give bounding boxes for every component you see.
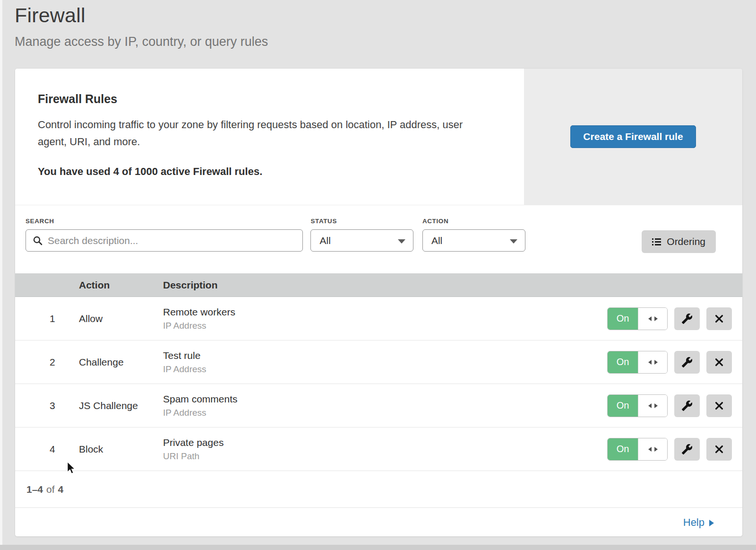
- delete-rule-button[interactable]: [706, 351, 732, 374]
- left-right-arrows-icon: [638, 308, 667, 330]
- action-select-value: All: [431, 235, 442, 246]
- intro-description: Control incoming traffic to your zone by…: [38, 116, 487, 150]
- x-icon: [714, 444, 724, 454]
- ordering-button[interactable]: Ordering: [642, 230, 716, 253]
- wrench-icon: [681, 313, 693, 324]
- rule-description-cell: Spam comments IP Address: [163, 393, 607, 418]
- right-triangle-icon: [709, 520, 714, 526]
- left-right-arrows-icon: [638, 351, 667, 373]
- help-link[interactable]: Help: [683, 516, 714, 529]
- rule-controls: On: [607, 351, 742, 374]
- rule-description-cell: Private pages URI Path: [163, 437, 607, 462]
- table-row: 1 Allow Remote workers IP Address On: [15, 297, 742, 340]
- action-select[interactable]: All: [422, 229, 525, 252]
- delete-rule-button[interactable]: [706, 307, 732, 330]
- action-filter-group: ACTION All: [422, 218, 525, 252]
- rule-description-cell: Test rule IP Address: [163, 350, 607, 375]
- rule-priority: 3: [15, 400, 79, 411]
- rule-enabled-toggle[interactable]: On: [607, 307, 668, 330]
- window-bottom-edge: [0, 545, 756, 550]
- table-row: 3 JS Challenge Spam comments IP Address …: [15, 384, 742, 428]
- rule-match-type: IP Address: [163, 364, 607, 375]
- rule-enabled-toggle[interactable]: On: [607, 394, 668, 417]
- delete-rule-button[interactable]: [706, 438, 732, 461]
- page-subtitle: Manage access by IP, country, or query r…: [15, 35, 756, 49]
- cta-panel: Create a Firewall rule: [524, 69, 742, 205]
- pagination-of: of: [43, 484, 58, 495]
- edit-rule-button[interactable]: [674, 438, 700, 461]
- search-box[interactable]: [26, 229, 303, 252]
- status-label: STATUS: [310, 218, 413, 225]
- toggle-on-label: On: [608, 308, 638, 330]
- ordered-list-icon: [652, 238, 661, 246]
- page-title: Firewall: [15, 4, 756, 27]
- create-firewall-rule-button[interactable]: Create a Firewall rule: [570, 125, 696, 148]
- x-icon: [714, 314, 724, 324]
- rule-match-type: IP Address: [163, 408, 607, 418]
- edit-rule-button[interactable]: [674, 351, 700, 374]
- intro-heading: Firewall Rules: [38, 92, 496, 106]
- rule-action: Block: [79, 444, 163, 455]
- toggle-on-label: On: [608, 395, 638, 417]
- status-select[interactable]: All: [310, 229, 413, 252]
- status-select-value: All: [319, 235, 330, 246]
- action-label: ACTION: [422, 218, 525, 225]
- rule-action: Allow: [79, 313, 163, 324]
- pagination-row: 1–4 of 4: [15, 471, 742, 508]
- search-filter-group: SEARCH: [26, 218, 303, 252]
- card-intro-section: Firewall Rules Control incoming traffic …: [15, 69, 742, 205]
- pagination-total: 4: [58, 484, 64, 495]
- table-header: Action Description: [15, 273, 742, 297]
- rule-controls: On: [607, 438, 742, 461]
- x-icon: [714, 401, 724, 411]
- x-icon: [714, 357, 724, 367]
- table-row: 2 Challenge Test rule IP Address On: [15, 340, 742, 384]
- filters-bar: SEARCH STATUS All ACTION All: [15, 205, 742, 273]
- rule-controls: On: [607, 394, 742, 417]
- rule-description: Remote workers: [163, 306, 607, 318]
- intro-text-block: Firewall Rules Control incoming traffic …: [15, 69, 524, 205]
- rule-description-cell: Remote workers IP Address: [163, 306, 607, 331]
- search-icon: [33, 236, 43, 246]
- table-row: 4 Block Private pages URI Path On: [15, 428, 742, 471]
- search-input[interactable]: [48, 235, 296, 246]
- intro-usage-count: You have used 4 of 1000 active Firewall …: [38, 166, 496, 178]
- rule-enabled-toggle[interactable]: On: [607, 351, 668, 374]
- edit-rule-button[interactable]: [674, 394, 700, 417]
- status-filter-group: STATUS All: [310, 218, 413, 252]
- pagination-range: 1–4: [26, 484, 43, 495]
- left-right-arrows-icon: [638, 438, 667, 460]
- page-header: Firewall Manage access by IP, country, o…: [0, 0, 756, 49]
- rule-priority: 1: [15, 313, 79, 324]
- rule-description: Spam comments: [163, 393, 607, 405]
- window-left-edge: [0, 0, 2, 550]
- ordering-button-label: Ordering: [667, 236, 705, 247]
- rule-description: Test rule: [163, 350, 607, 361]
- column-header-action: Action: [79, 279, 163, 291]
- toggle-on-label: On: [608, 438, 638, 460]
- rule-action: Challenge: [79, 357, 163, 368]
- rule-match-type: IP Address: [163, 321, 607, 331]
- edit-rule-button[interactable]: [674, 307, 700, 330]
- help-row: Help: [15, 508, 742, 537]
- rule-priority: 4: [15, 444, 79, 455]
- wrench-icon: [681, 444, 693, 455]
- rule-enabled-toggle[interactable]: On: [607, 438, 668, 461]
- wrench-icon: [681, 400, 693, 411]
- rule-description: Private pages: [163, 437, 607, 448]
- help-link-label: Help: [683, 516, 704, 529]
- left-right-arrows-icon: [638, 395, 667, 417]
- rule-controls: On: [607, 307, 742, 330]
- rule-priority: 2: [15, 357, 79, 368]
- search-label: SEARCH: [26, 218, 303, 225]
- toggle-on-label: On: [608, 351, 638, 373]
- chevron-down-icon: [398, 239, 405, 244]
- rule-match-type: URI Path: [163, 451, 607, 462]
- wrench-icon: [681, 357, 693, 368]
- delete-rule-button[interactable]: [706, 394, 732, 417]
- chevron-down-icon: [510, 239, 517, 244]
- rule-action: JS Challenge: [79, 400, 163, 411]
- column-header-description: Description: [163, 279, 742, 291]
- firewall-rules-card: Firewall Rules Control incoming traffic …: [15, 68, 743, 537]
